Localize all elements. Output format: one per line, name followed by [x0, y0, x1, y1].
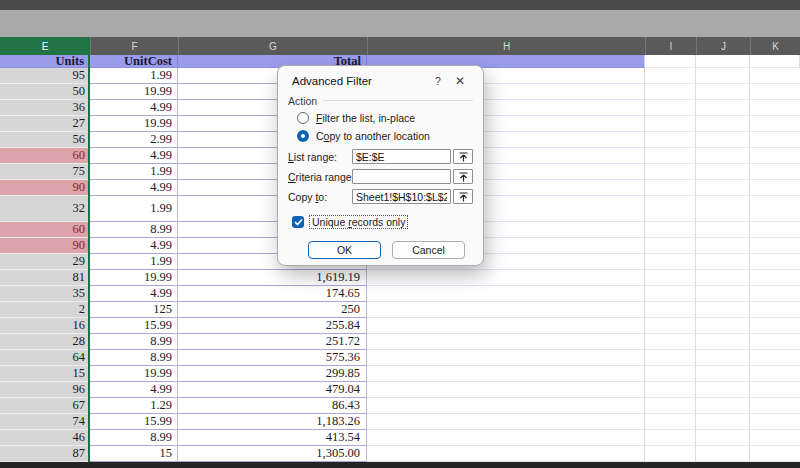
range-picker-button[interactable] — [453, 149, 473, 164]
cell-j[interactable] — [696, 366, 750, 382]
cell-i[interactable] — [645, 446, 696, 462]
radio-filter-in-place[interactable]: Filter the list, in-place — [297, 111, 473, 125]
cell-j[interactable] — [696, 302, 750, 318]
cell-unitcost[interactable]: 1.29 — [90, 398, 178, 414]
cell-units[interactable]: 90 — [0, 238, 90, 254]
cell-j[interactable] — [696, 382, 750, 398]
cell-j[interactable] — [696, 84, 750, 100]
cell-k[interactable] — [750, 116, 800, 132]
cell-k[interactable] — [750, 164, 800, 180]
cell-i[interactable] — [645, 382, 696, 398]
cell-i[interactable] — [645, 84, 696, 100]
cell-total[interactable]: 250 — [178, 302, 367, 318]
criteria-range-input[interactable] — [352, 169, 451, 184]
list-range-input[interactable] — [352, 149, 451, 164]
cell-k[interactable] — [750, 148, 800, 164]
column-header-h[interactable]: H — [367, 37, 645, 55]
cell-k[interactable] — [750, 180, 800, 196]
cell-i[interactable] — [645, 286, 696, 302]
cell-unitcost[interactable]: 15.99 — [90, 414, 178, 430]
cell-unitcost[interactable]: 4.99 — [90, 238, 178, 254]
cell-i[interactable] — [645, 116, 696, 132]
cell-i[interactable] — [645, 180, 696, 196]
cell-units[interactable]: 50 — [0, 84, 90, 100]
cell-i[interactable] — [645, 100, 696, 116]
cell-unitcost[interactable]: 1.99 — [90, 196, 178, 222]
cell-k[interactable] — [750, 132, 800, 148]
cell-h[interactable] — [367, 382, 645, 398]
cell-i[interactable] — [645, 430, 696, 446]
header-row-cell-k[interactable] — [750, 55, 800, 68]
cell-j[interactable] — [696, 254, 750, 270]
cell-k[interactable] — [750, 270, 800, 286]
cell-i[interactable] — [645, 270, 696, 286]
cell-h[interactable] — [367, 430, 645, 446]
cell-h[interactable] — [367, 334, 645, 350]
close-icon[interactable]: ✕ — [449, 74, 471, 88]
cell-j[interactable] — [696, 116, 750, 132]
cell-unitcost[interactable]: 19.99 — [90, 116, 178, 132]
cell-i[interactable] — [645, 334, 696, 350]
cell-j[interactable] — [696, 430, 750, 446]
cell-total[interactable]: 1,619.19 — [178, 270, 367, 286]
cell-total[interactable]: 413.54 — [178, 430, 367, 446]
cell-h[interactable] — [367, 302, 645, 318]
checkbox-checked-icon[interactable] — [292, 216, 304, 228]
cell-total[interactable]: 1,305.00 — [178, 446, 367, 462]
cell-units[interactable]: 15 — [0, 366, 90, 382]
cell-k[interactable] — [750, 398, 800, 414]
cell-j[interactable] — [696, 318, 750, 334]
cell-j[interactable] — [696, 334, 750, 350]
cell-h[interactable] — [367, 366, 645, 382]
cell-unitcost[interactable]: 1.99 — [90, 68, 178, 84]
cell-j[interactable] — [696, 350, 750, 366]
cell-h[interactable] — [367, 286, 645, 302]
column-header-i[interactable]: I — [645, 37, 696, 55]
cell-total[interactable]: 575.36 — [178, 350, 367, 366]
cell-j[interactable] — [696, 238, 750, 254]
help-icon[interactable]: ? — [427, 75, 449, 87]
cancel-button[interactable]: Cancel — [392, 241, 465, 259]
cell-j[interactable] — [696, 180, 750, 196]
cell-i[interactable] — [645, 318, 696, 334]
cell-total[interactable]: 1,183.26 — [178, 414, 367, 430]
cell-j[interactable] — [696, 414, 750, 430]
cell-i[interactable] — [645, 302, 696, 318]
cell-units[interactable]: 36 — [0, 100, 90, 116]
column-header-j[interactable]: J — [696, 37, 750, 55]
cell-unitcost[interactable]: 19.99 — [90, 84, 178, 100]
cell-units[interactable]: 81 — [0, 270, 90, 286]
header-row-cell-i[interactable] — [645, 55, 696, 68]
cell-units[interactable]: 56 — [0, 132, 90, 148]
cell-i[interactable] — [645, 196, 696, 222]
cell-units[interactable]: 75 — [0, 164, 90, 180]
cell-unitcost[interactable]: 8.99 — [90, 222, 178, 238]
cell-unitcost[interactable]: 8.99 — [90, 350, 178, 366]
cell-k[interactable] — [750, 222, 800, 238]
cell-k[interactable] — [750, 196, 800, 222]
cell-k[interactable] — [750, 286, 800, 302]
cell-units[interactable]: 16 — [0, 318, 90, 334]
header-row-cell-j[interactable] — [696, 55, 750, 68]
cell-h[interactable] — [367, 318, 645, 334]
cell-total[interactable]: 251.72 — [178, 334, 367, 350]
cell-units[interactable]: 35 — [0, 286, 90, 302]
cell-i[interactable] — [645, 350, 696, 366]
radio-icon-selected[interactable] — [297, 130, 309, 142]
cell-unitcost[interactable]: 8.99 — [90, 334, 178, 350]
cell-units[interactable]: 32 — [0, 196, 90, 222]
cell-i[interactable] — [645, 414, 696, 430]
cell-i[interactable] — [645, 68, 696, 84]
column-header-g[interactable]: G — [178, 37, 367, 55]
cell-i[interactable] — [645, 254, 696, 270]
cell-k[interactable] — [750, 84, 800, 100]
cell-j[interactable] — [696, 100, 750, 116]
cell-unitcost[interactable]: 2.99 — [90, 132, 178, 148]
cell-k[interactable] — [750, 254, 800, 270]
cell-j[interactable] — [696, 148, 750, 164]
cell-h[interactable] — [367, 446, 645, 462]
cell-i[interactable] — [645, 222, 696, 238]
cell-units[interactable]: 90 — [0, 180, 90, 196]
cell-i[interactable] — [645, 164, 696, 180]
cell-unitcost[interactable]: 1.99 — [90, 164, 178, 180]
